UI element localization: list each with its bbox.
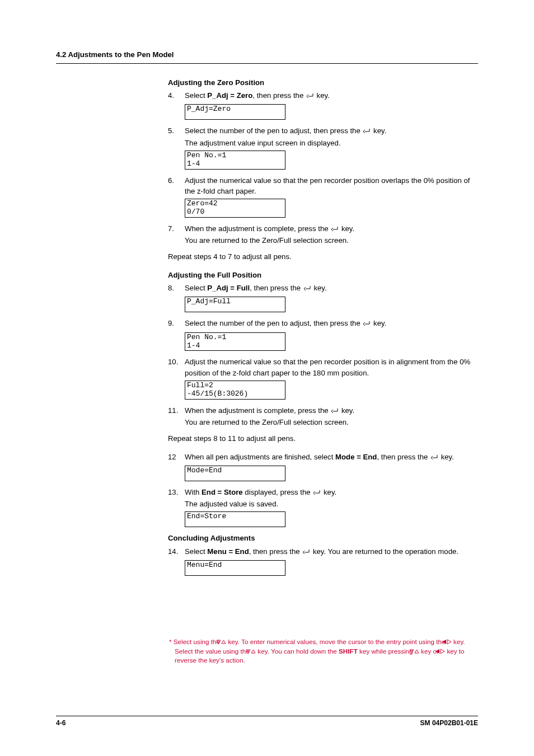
lcd-display: Zero=420/70 (185, 199, 472, 218)
lcd-display: Mode=End (185, 466, 472, 481)
lcd-line1: P_Adj=Zero (187, 105, 283, 114)
text: With (185, 488, 202, 496)
step-number: 8. (168, 283, 185, 293)
shift-key-text: SHIFT (339, 647, 358, 655)
step-body: When all pen adjustments are finished, s… (185, 452, 472, 463)
step-number: 6. (168, 175, 185, 186)
text: key. (371, 126, 386, 135)
text: When all pen adjustments are finished, s… (185, 453, 335, 461)
step-number: 13. (168, 487, 185, 497)
left-right-triangle-icon (441, 647, 445, 656)
bold-text: P_Adj = Full (207, 284, 250, 292)
lcd-line1: Full=2 (187, 382, 283, 390)
text: When the adjustment is complete, press t… (185, 406, 330, 415)
enter-key-icon (330, 224, 339, 235)
text: key. (339, 224, 354, 233)
text: Select (185, 284, 207, 292)
heading-full: Adjusting the Full Position (168, 270, 472, 280)
repeat-text: Repeat steps 8 to 11 to adjust all pens. (168, 433, 472, 444)
text: Adjust the numerical value so that the p… (185, 176, 470, 195)
text: key. (321, 488, 336, 496)
text: key. (339, 406, 354, 415)
page-number: 4-6 (56, 719, 65, 728)
lcd-line1: Pen No.=1 (187, 334, 283, 342)
step-12: 12 When all pen adjustments are finished… (168, 452, 472, 463)
doc-code: SM 04P02B01-01E (420, 719, 478, 728)
step-14: 14. Select Menu = End, then press the ke… (168, 546, 472, 558)
enter-key-icon (303, 284, 312, 294)
lcd-line1: End=Store (187, 513, 283, 521)
step-number: 12 (168, 452, 185, 462)
text: Select (185, 91, 207, 100)
step-body: Select the number of the pen to adjust, … (185, 318, 472, 330)
enter-key-icon (330, 406, 339, 417)
footnote: * Select using the key. To enter numeric… (168, 637, 472, 665)
lcd-display: Pen No.=11-4 (185, 151, 472, 170)
enter-key-icon (430, 453, 439, 463)
text: Select the number of the pen to adjust, … (185, 126, 362, 135)
step-body: Select Menu = End, then press the key. Y… (185, 546, 472, 558)
lcd-display: Pen No.=11-4 (185, 332, 472, 351)
step-number: 14. (168, 546, 185, 557)
text: key. (439, 453, 454, 461)
text: , then press the (249, 547, 302, 556)
left-right-triangle-icon (447, 638, 452, 647)
text: The adjusted value is saved. (185, 499, 472, 509)
step-number: 9. (168, 318, 185, 328)
text: The adjustment value input screen in dis… (185, 138, 472, 148)
step-8: 8. Select P_Adj = Full, then press the k… (168, 283, 472, 294)
text: You are returned to the Zero/Full select… (185, 417, 472, 428)
step-5: 5. Select the number of the pen to adjus… (168, 125, 472, 148)
step-number: 10. (168, 356, 185, 367)
text: key. You are returned to the operation m… (311, 547, 458, 556)
enter-key-icon (306, 91, 315, 102)
lcd-display: P_Adj=Full (185, 297, 472, 312)
section-header: 4.2 Adjustments to the Pen Model (56, 49, 478, 64)
text: Select (185, 547, 207, 556)
lcd-line1: Pen No.=1 (187, 152, 283, 160)
text: key. (315, 91, 330, 100)
lcd-display: P_Adj=Zero (185, 104, 472, 120)
bold-text: Menu = End (207, 547, 249, 556)
text: displayed, press the (243, 488, 313, 496)
lcd-line1: Zero=42 (187, 200, 283, 208)
step-body: Adjust the numerical value so that the p… (185, 356, 472, 378)
step-body: Adjust the numerical value so that the p… (185, 175, 472, 196)
enter-key-icon (362, 126, 371, 137)
step-body: Select P_Adj = Zero, then press the key. (185, 90, 472, 102)
step-body: With End = Store displayed, press the ke… (185, 487, 472, 509)
text: key while pressing (358, 647, 415, 655)
lcd-line2: 0/70 (187, 208, 283, 217)
lcd-display: End=Store (185, 511, 472, 527)
step-9: 9. Select the number of the pen to adjus… (168, 318, 472, 330)
step-number: 4. (168, 90, 185, 101)
step-13: 13. With End = Store displayed, press th… (168, 487, 472, 509)
enter-key-icon (312, 488, 321, 499)
step-4: 4. Select P_Adj = Zero, then press the k… (168, 90, 472, 102)
text: When the adjustment is complete, press t… (185, 224, 330, 233)
enter-key-icon (302, 547, 311, 558)
text: You are returned to the Zero/Full select… (185, 235, 472, 246)
bold-text: End = Store (202, 488, 243, 496)
lcd-display: Menu=End (185, 560, 472, 576)
text: Select using the (172, 638, 222, 645)
text: Adjust the numerical value so that the p… (185, 358, 470, 377)
step-11: 11. When the adjustment is complete, pre… (168, 405, 472, 428)
text: key. To enter numerical values, move the… (226, 638, 447, 645)
page-footer: 4-6 SM 04P02B01-01E (56, 716, 478, 728)
step-number: 7. (168, 223, 185, 234)
lcd-line2: -45/15(B:3026) (187, 390, 283, 398)
text: key. You can hold down the (256, 647, 339, 655)
step-7: 7. When the adjustment is complete, pres… (168, 223, 472, 246)
enter-key-icon (362, 319, 371, 330)
step-body: Select P_Adj = Full, then press the key. (185, 283, 472, 294)
step-6: 6. Adjust the numerical value so that th… (168, 175, 472, 196)
text: , then press the (250, 284, 303, 292)
lcd-line2: 1-4 (187, 160, 283, 168)
down-up-triangle-icon (251, 647, 256, 656)
step-number: 5. (168, 125, 185, 136)
down-up-triangle-icon (415, 647, 419, 656)
text: key. (312, 284, 327, 292)
lcd-line1: Menu=End (187, 561, 283, 570)
bold-text: P_Adj = Zero (207, 91, 252, 100)
